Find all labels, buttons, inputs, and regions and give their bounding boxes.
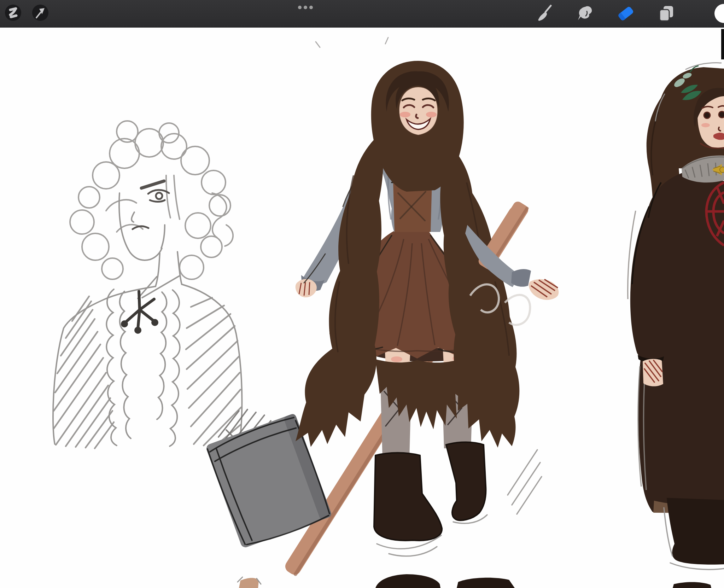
brush-button[interactable] [535, 4, 554, 23]
pencil-sketch-portrait [53, 121, 278, 458]
bottom-cropped-artworks [238, 574, 711, 588]
robed-figure [628, 29, 724, 570]
layers-icon [658, 5, 675, 22]
transform-arrow-icon [32, 5, 48, 21]
drawing-canvas[interactable] [0, 27, 724, 588]
top-toolbar [0, 0, 724, 28]
artwork [0, 27, 724, 588]
selection-button[interactable] [5, 5, 21, 21]
cropped-artifact [721, 29, 724, 59]
smudge-button[interactable] [576, 4, 594, 23]
color-swatch[interactable] [714, 4, 724, 23]
layers-button[interactable] [657, 4, 676, 23]
asterisk-pendant [122, 291, 157, 332]
eraser-button[interactable] [617, 4, 635, 23]
multitasking-indicator[interactable] [298, 6, 313, 9]
transform-button[interactable] [32, 5, 48, 21]
dot-icon [298, 6, 302, 9]
dot-icon [304, 6, 307, 9]
selection-s-icon [5, 5, 21, 21]
dot-icon [309, 6, 313, 9]
boots [374, 442, 486, 541]
brush-icon [536, 5, 553, 22]
girl-with-hammer [205, 37, 559, 577]
smudge-icon [576, 5, 594, 22]
app-screen: { "toolbar": { "left_buttons": [ {"label… [0, 0, 724, 588]
eraser-icon [617, 4, 635, 23]
